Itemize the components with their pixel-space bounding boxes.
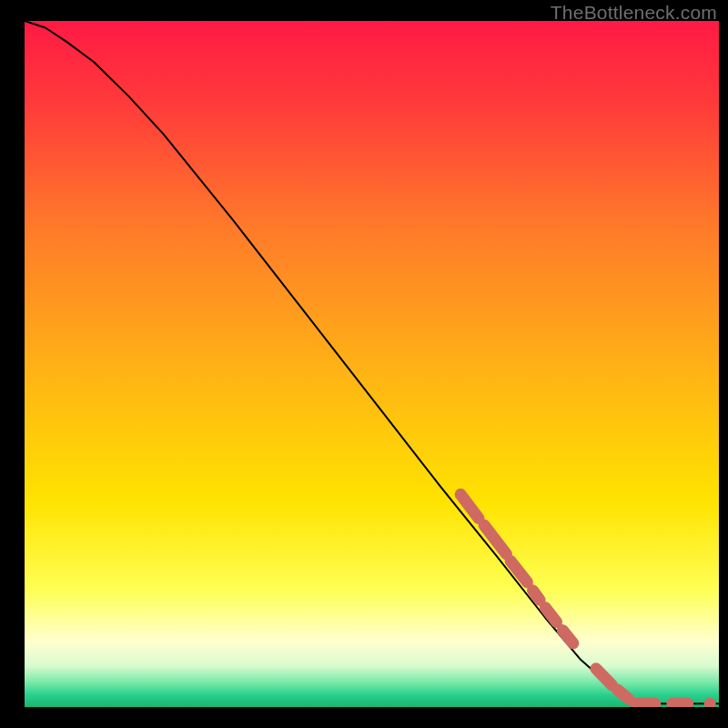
chart-stage: TheBottleneck.com (0, 0, 728, 728)
plot-background (25, 21, 719, 707)
dash-segment (533, 591, 541, 601)
dash-segment (618, 690, 629, 699)
dash-segment (562, 631, 573, 643)
watermark-text: TheBottleneck.com (551, 2, 717, 24)
chart-svg (25, 21, 719, 707)
